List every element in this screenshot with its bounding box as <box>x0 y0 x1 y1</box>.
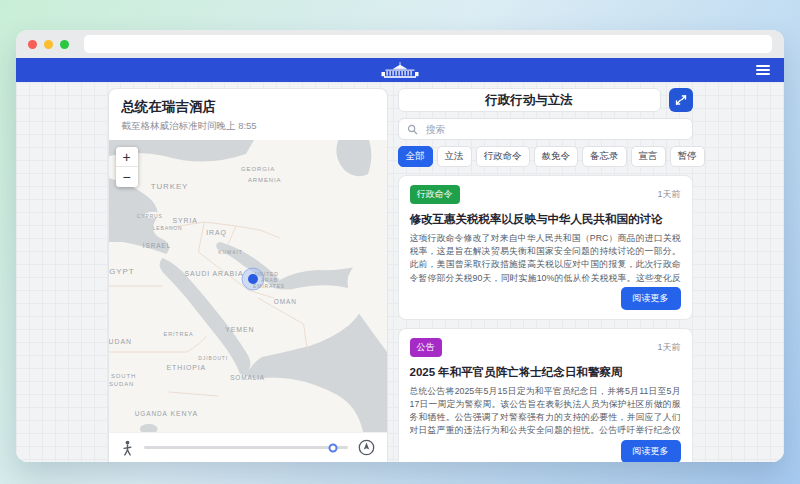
map-label: LEBANON <box>152 225 182 231</box>
map-label: SYRIA <box>172 217 197 224</box>
app-header <box>16 58 784 82</box>
map-label: ISRAEL <box>142 242 170 249</box>
filter-tabs: 全部 立法 行政命令 赦免令 备忘录 宣言 暂停 <box>398 146 693 167</box>
maximize-window-button[interactable] <box>60 40 69 49</box>
map-footer-bar <box>109 432 387 462</box>
map-label: OMAN <box>273 298 296 305</box>
map-label: KENYA <box>170 410 197 417</box>
browser-window: 总统在瑞吉酒店 截至格林威治标准时间晚上 8:55 <box>16 30 784 462</box>
map-panel-header: 总统在瑞吉酒店 截至格林威治标准时间晚上 8:55 <box>109 89 387 140</box>
search-box[interactable] <box>398 118 693 140</box>
expand-arrows-icon <box>673 92 689 108</box>
map-label: ETHIOPIA <box>166 364 206 371</box>
card-type-badge: 行政命令 <box>410 185 460 204</box>
map-label: EGYPT <box>109 267 134 276</box>
filter-tab-all[interactable]: 全部 <box>398 146 433 167</box>
map-label: EMIRATES <box>252 283 284 289</box>
expand-button[interactable] <box>669 88 693 112</box>
map-label: ARMENIA <box>248 177 281 183</box>
white-house-icon[interactable] <box>380 62 420 79</box>
search-input[interactable] <box>424 123 684 136</box>
map-label: KUWAIT <box>218 249 242 255</box>
map-label: UGANDA <box>134 410 167 417</box>
actions-panel-title: 行政行动与立法 <box>398 88 661 112</box>
map-label: SOUTH <box>110 373 135 379</box>
page-background: 总统在瑞吉酒店 截至格林威治标准时间晚上 8:55 <box>16 82 784 462</box>
card-title: 修改互惠关税税率以反映与中华人民共和国的讨论 <box>410 212 681 227</box>
card-summary: 这项行政命令修改了对来自中华人民共和国（PRC）商品的进口关税税率，这是旨在解决… <box>410 232 681 282</box>
card-timestamp: 1天前 <box>657 188 680 201</box>
card-summary: 总统公告将2025年5月15日定为和平官员纪念日，并将5月11日至5月17日一周… <box>410 385 681 435</box>
filter-tab-memorandum[interactable]: 备忘录 <box>582 146 627 167</box>
map-label: GEORGIA <box>241 166 275 172</box>
search-icon <box>407 124 418 135</box>
read-more-button[interactable]: 阅读更多 <box>621 287 681 310</box>
action-card[interactable]: 行政命令 1天前 修改互惠关税税率以反映与中华人民共和国的讨论 这项行政命令修改… <box>398 175 693 320</box>
compass-icon[interactable] <box>358 439 375 456</box>
map-label: YEMEN <box>225 326 254 333</box>
pegman-icon[interactable] <box>121 440 134 456</box>
read-more-button[interactable]: 阅读更多 <box>621 440 681 462</box>
filter-tab-executive-order[interactable]: 行政命令 <box>476 146 530 167</box>
map-label: IRAQ <box>206 229 227 237</box>
map-label: SUDAN <box>109 381 134 387</box>
card-title: 2025 年和平官员阵亡将士纪念日和警察周 <box>410 365 681 380</box>
slider-knob[interactable] <box>329 443 338 452</box>
filter-tab-proclamation[interactable]: 宣言 <box>631 146 666 167</box>
map-svg[interactable]: GEORGIAARMENIATURKEYCYPRUSSYRIALEBANONIR… <box>109 140 387 432</box>
map-label: SUDAN <box>109 338 132 345</box>
filter-tab-pardon[interactable]: 赦免令 <box>534 146 579 167</box>
map-zoom-control: + − <box>116 147 138 187</box>
actions-panel: 行政行动与立法 全部 <box>398 88 693 462</box>
hamburger-menu-button[interactable] <box>756 65 770 78</box>
map-timeline-slider[interactable] <box>144 446 348 449</box>
action-card[interactable]: 公告 1天前 2025 年和平官员阵亡将士纪念日和警察周 总统公告将2025年5… <box>398 328 693 462</box>
map-zoom-in-button[interactable]: + <box>116 147 138 167</box>
filter-tab-suspension[interactable]: 暂停 <box>670 146 705 167</box>
map-label: SOMALIA <box>230 374 265 381</box>
map-label: TURKEY <box>150 182 188 191</box>
card-type-badge: 公告 <box>410 338 442 357</box>
map-zoom-out-button[interactable]: − <box>116 167 138 187</box>
address-bar[interactable] <box>84 35 772 53</box>
card-timestamp: 1天前 <box>657 341 680 354</box>
map-panel-subtitle: 截至格林威治标准时间晚上 8:55 <box>122 120 374 133</box>
map-label: ERITREA <box>163 331 193 337</box>
filter-tab-legislation[interactable]: 立法 <box>437 146 472 167</box>
minimize-window-button[interactable] <box>44 40 53 49</box>
action-cards-list: 行政命令 1天前 修改互惠关税税率以反映与中华人民共和国的讨论 这项行政命令修改… <box>398 175 693 462</box>
map-label: DJIBOUTI <box>198 355 228 361</box>
map-label: CYPRUS <box>136 213 162 219</box>
close-window-button[interactable] <box>28 40 37 49</box>
map-panel: 总统在瑞吉酒店 截至格林威治标准时间晚上 8:55 <box>108 88 388 462</box>
browser-titlebar <box>16 30 784 58</box>
map-panel-title: 总统在瑞吉酒店 <box>122 98 374 116</box>
map-label: SAUDI ARABIA <box>184 270 243 277</box>
